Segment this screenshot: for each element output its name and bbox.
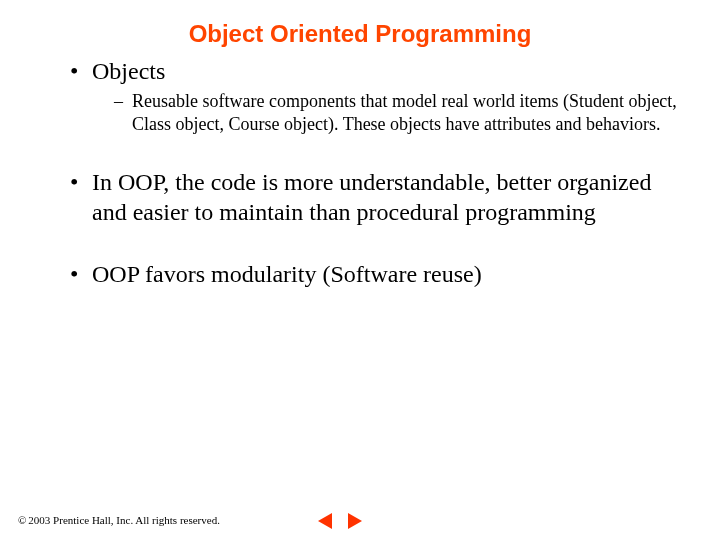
- sub-bullet-list: Reusable software components that model …: [92, 90, 680, 135]
- slide-title: Object Oriented Programming: [0, 0, 720, 56]
- prev-button[interactable]: [315, 510, 337, 532]
- bullet-item: Objects Reusable software components tha…: [70, 56, 680, 135]
- svg-marker-0: [318, 513, 332, 529]
- svg-marker-1: [348, 513, 362, 529]
- slide: Object Oriented Programming Objects Reus…: [0, 0, 720, 540]
- arrow-left-icon: [316, 511, 336, 531]
- copyright-symbol: ©: [18, 514, 26, 526]
- arrow-right-icon: [344, 511, 364, 531]
- nav-arrows: [315, 510, 365, 532]
- slide-content: Objects Reusable software components tha…: [0, 56, 720, 289]
- bullet-text: In OOP, the code is more understandable,…: [92, 169, 651, 225]
- next-button[interactable]: [343, 510, 365, 532]
- footer: © 2003 Prentice Hall, Inc. All rights re…: [18, 514, 220, 526]
- bullet-item: OOP favors modularity (Software reuse): [70, 259, 680, 289]
- footer-text: 2003 Prentice Hall, Inc. All rights rese…: [28, 514, 220, 526]
- bullet-list: Objects Reusable software components tha…: [50, 56, 680, 289]
- bullet-text: OOP favors modularity (Software reuse): [92, 261, 482, 287]
- sub-bullet-item: Reusable software components that model …: [114, 90, 680, 135]
- sub-bullet-text: Reusable software components that model …: [132, 91, 677, 134]
- bullet-item: In OOP, the code is more understandable,…: [70, 167, 680, 227]
- bullet-text: Objects: [92, 58, 165, 84]
